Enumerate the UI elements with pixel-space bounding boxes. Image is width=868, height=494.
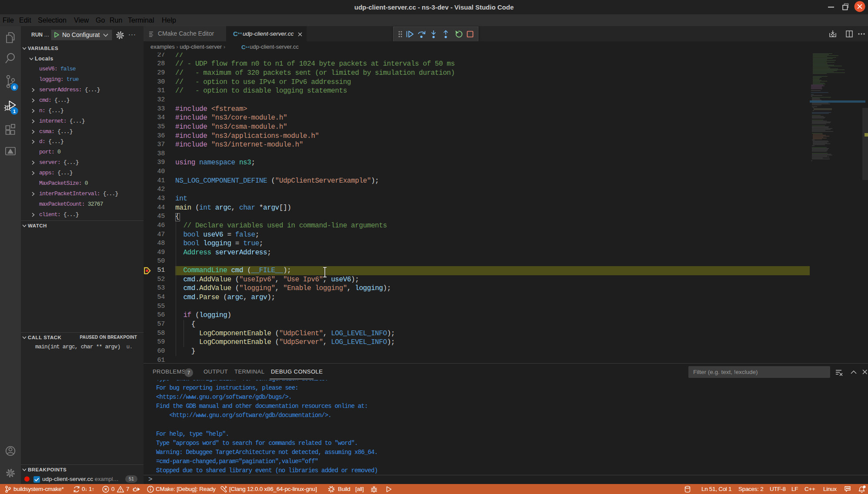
svg-text:C: C <box>241 44 246 50</box>
svg-text:C: C <box>233 30 238 37</box>
svg-text:++: ++ <box>246 45 250 49</box>
svg-text:++: ++ <box>238 31 242 36</box>
svg-text:6: 6 <box>13 85 16 90</box>
svg-text:1: 1 <box>13 109 16 114</box>
